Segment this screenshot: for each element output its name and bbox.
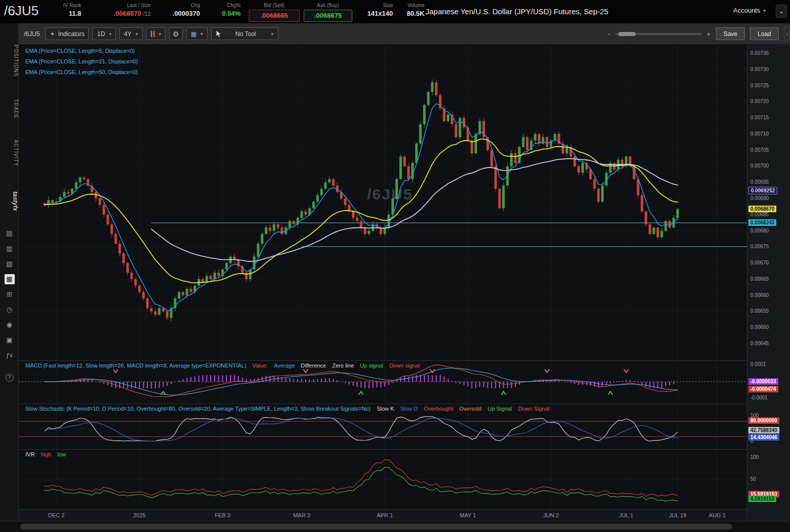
calendar-icon[interactable]: ▣ (5, 335, 15, 345)
time-axis-label: 2025 (133, 512, 145, 518)
axis-label: 0.00710 (750, 131, 769, 137)
chart-watermark: /6JU5 (367, 186, 413, 203)
toolbar-right-group: - + Save Load (608, 27, 779, 40)
time-axis-label: JUL 18 (669, 512, 686, 518)
price-axis[interactable]: 0.007350.007300.007250.007200.007150.007… (747, 45, 790, 521)
chart-scrollbar[interactable] (0, 521, 790, 532)
axis-label: 0.00690 (750, 195, 769, 201)
chart-toolbar: /6JU5 ✦ Indicators 1D▾ 4Y▾ ▾ ⚙ ▦ ▾ No To… (19, 23, 790, 45)
chevron-down-icon: ▾ (271, 31, 274, 37)
axis-label: 0.00670 (750, 260, 769, 265)
indicators-sparkle-icon: ✦ (50, 30, 55, 38)
legend-item: Up Signal (487, 406, 512, 412)
collapse-panel-button[interactable]: ‹ (784, 26, 790, 42)
ask-button[interactable]: .0068675 (304, 10, 352, 22)
volume-stat: Volume 80.5K (397, 3, 424, 17)
macd-study-header: MACD (Fast length=12, Slow length=26, MA… (25, 362, 420, 369)
time-axis-label: AUG 1 (709, 512, 726, 518)
chevron-down-icon: ▾ (763, 8, 766, 13)
chevron-down-icon: ▾ (159, 31, 161, 37)
chg-label: Chg (161, 3, 200, 8)
bid-stat: Bid (Sell) .0068665 (249, 3, 300, 22)
sidebar-tab-positions[interactable]: POSITIONS (0, 39, 19, 83)
legend-item: Overbought (424, 406, 453, 412)
volume-value: 80.5K (397, 10, 424, 17)
help-icon[interactable]: ? (6, 374, 14, 382)
last-value: .0068670 (114, 10, 141, 17)
time-axis[interactable]: DEC 22025FEB 3MAR 3APR 1MAY 1JUN 2JUL 1J… (19, 509, 747, 521)
ivr-legend: highlow (35, 451, 65, 457)
legend-item: high (41, 451, 51, 457)
axis-label: 0.00715 (750, 115, 769, 120)
legend-item: Down Signal (518, 406, 549, 412)
price-tag: 0.0068243 (748, 219, 776, 226)
ivr-study-label: IVR (25, 451, 35, 457)
news-icon[interactable]: ▤ (5, 228, 15, 239)
sidebar-tab-trade[interactable]: TRADE (0, 93, 19, 124)
bid-button[interactable]: .0068665 (249, 10, 300, 22)
drawing-tool-dropdown[interactable]: No Tool ▾ (211, 27, 278, 40)
axis-label: 0.00695 (750, 179, 769, 185)
legend-item: Average (274, 362, 295, 369)
axis-label: 0.00660 (750, 292, 769, 298)
accounts-menu[interactable]: Accounts▾ (733, 7, 766, 14)
indicators-button[interactable]: ✦ Indicators (45, 27, 89, 40)
load-button[interactable]: Load (750, 27, 779, 40)
time-axis-label: JUL 1 (619, 512, 633, 518)
time-axis-label: MAY 1 (460, 512, 476, 518)
orders-icon[interactable]: ▧ (5, 259, 15, 269)
community-icon[interactable]: ◉ (5, 320, 15, 330)
ask-stat: Ask (Buy) .0068675 (304, 3, 352, 22)
save-button[interactable]: Save (716, 27, 745, 40)
sidebar-icon-column: ▤▥▧▦⊞◷◉▣ƒx? (0, 228, 19, 382)
fx-icon[interactable]: ƒx (5, 350, 15, 360)
iv-rank-label: IV Rank (51, 3, 81, 8)
header-collapse-button[interactable]: ⌄ (776, 5, 787, 18)
legend-item: Value: (252, 362, 268, 369)
iv-rank-stat: IV Rank 11.8 (51, 3, 81, 17)
bid-label: Bid (Sell) (249, 3, 300, 8)
chart-settings-button[interactable]: ⚙ (169, 27, 183, 40)
legend-item: Oversold (459, 406, 481, 412)
price-tag: 0.0068670 (748, 206, 776, 212)
legend-item: low (57, 451, 66, 457)
zoom-in-button[interactable]: + (707, 30, 711, 38)
zoom-slider[interactable] (615, 33, 702, 35)
gear-icon: ⚙ (173, 30, 179, 38)
scrollbar-handle[interactable] (20, 524, 732, 529)
timeframe-dropdown[interactable]: 1D▾ (92, 27, 116, 40)
axis-label: 0.00725 (750, 83, 769, 88)
price-tag: 4.5919153 (748, 495, 776, 502)
chart-symbol-label: /6JU5 (24, 30, 40, 38)
sidebar-tab-activity[interactable]: ACTIVITY (0, 134, 19, 173)
macd-legend: Value:AverageDifferenceZero lineUp signa… (246, 362, 420, 369)
macd-study-label: MACD (Fast length=12, Slow length=26, MA… (25, 362, 246, 369)
chevron-down-icon: ▾ (109, 31, 112, 37)
sidebar-tab-tastyfx[interactable]: tastyfx (0, 183, 19, 219)
ivr-panel-canvas[interactable] (19, 449, 747, 509)
zoom-slider-handle[interactable] (618, 32, 636, 36)
ema-study-label: EMA (Price=CLOSE, Length=21, Displace=0) (25, 58, 138, 64)
history-clock-icon[interactable]: ◷ (5, 305, 15, 315)
left-sidebar: POSITIONS TRADE ACTIVITY tastyfx ▤▥▧▦⊞◷◉… (0, 23, 19, 521)
chart-icon[interactable]: ▦ (5, 274, 15, 284)
time-axis-label: DEC 2 (48, 512, 64, 518)
chg-stat: Chg .0000370 (161, 3, 200, 17)
layout-grid-dropdown[interactable]: ▦ ▾ (186, 27, 208, 40)
last-size-stat: Last / Size .0068670 /12 (89, 3, 151, 17)
stochastic-legend: Slow KSlow DOverboughtOversoldUp SignalD… (371, 406, 549, 412)
range-dropdown[interactable]: 4Y▾ (119, 27, 142, 40)
axis-label: 0.00680 (750, 228, 769, 234)
size-label: Size (361, 3, 393, 8)
axis-label: 0.00650 (750, 324, 769, 330)
legend-item: Difference (301, 362, 326, 369)
ema-study-label: EMA (Price=CLOSE, Length=5, Displace=0) (25, 48, 135, 54)
chart-area: EMA (Price=CLOSE, Length=5, Displace=0) … (19, 45, 790, 521)
layout-grid-icon[interactable]: ⊞ (5, 289, 15, 300)
zoom-out-button[interactable]: - (608, 30, 610, 38)
stochastic-study-header: Slow Stochastic (K Period=10, D Period=1… (25, 406, 549, 412)
chart-type-dropdown[interactable]: ▾ (146, 27, 166, 40)
instrument-title: Japanese Yen/U.S. Dollar (JPY/USD) Futur… (425, 7, 608, 16)
watchlist-icon[interactable]: ▥ (5, 244, 15, 254)
axis-label: 0.00735 (750, 50, 769, 56)
